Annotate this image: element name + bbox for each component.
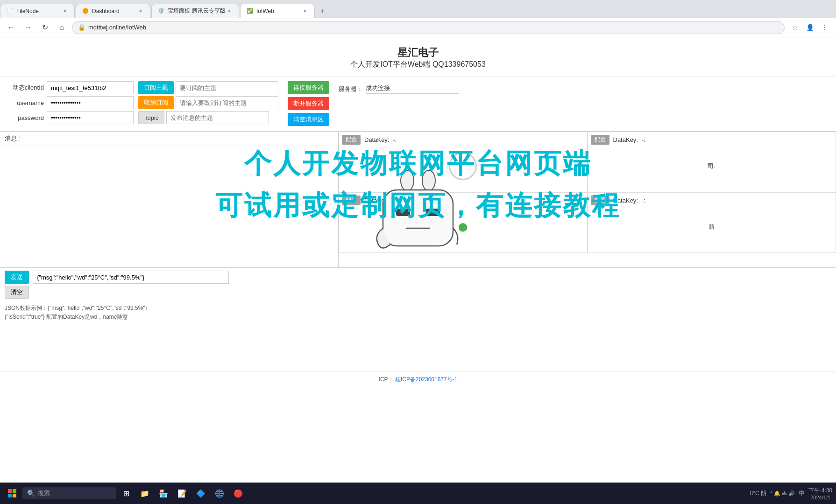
server-status-area: 服务器： 成功连接: [334, 81, 464, 97]
hints-area: JSON数据示例：{"msg":"hello","wd":"25°C","sd"…: [0, 301, 836, 325]
taskbar-right: 8°C 阴 ^ 🔔 🖧 🔊 中 下午 4:30 2024/1/1: [750, 487, 832, 500]
forward-button[interactable]: →: [21, 21, 35, 34]
topic-button[interactable]: Topic: [138, 111, 164, 124]
panel-4-value: 新: [591, 208, 833, 245]
bookmark-button[interactable]: ☆: [788, 21, 801, 34]
dashboard-icon: 🟠: [82, 7, 89, 15]
disconnect-button[interactable]: 断开服务器: [288, 97, 329, 110]
message-content[interactable]: [0, 146, 338, 267]
filenode-icon: 📄: [6, 7, 14, 15]
svg-rect-7: [13, 489, 16, 493]
footer-icp-link[interactable]: 桂ICP备2023001677号-1: [395, 376, 457, 383]
subscribe-row-3: Topic: [138, 111, 278, 124]
taskbar-store[interactable]: 🏪: [155, 485, 172, 502]
panel-2-datakey-label: DataKey:: [613, 136, 638, 143]
client-id-input[interactable]: [47, 81, 134, 94]
panel-3-value: ⬤: [342, 208, 584, 245]
hint-line-2: {"isSend":"true"} 配置的DataKey是wd，name随意: [5, 313, 831, 321]
taskbar-icons: ^ 🔔 🖧 🔊: [770, 490, 795, 497]
refresh-button[interactable]: ↻: [38, 21, 51, 34]
menu-button[interactable]: ⋮: [818, 21, 831, 34]
tab-close-dashboard[interactable]: ×: [137, 7, 144, 15]
panel-3-config[interactable]: 配置: [342, 196, 361, 205]
subscribe-group: 订阅主题 取消订阅 Topic: [138, 81, 278, 124]
send-input[interactable]: [33, 271, 229, 284]
password-label: password: [7, 112, 44, 123]
publish-topic-input[interactable]: [166, 111, 269, 124]
right-panel-area: 配置 DataKey: -: 配置 DataKey: -:: [339, 132, 836, 267]
panel-1-value: [342, 147, 584, 185]
server-status-label: 服务器：: [339, 85, 363, 93]
browser-chrome: 📄 FileNode × 🟠 Dashboard × 🛡️ 宝塔面板-腾讯云专享…: [0, 0, 836, 37]
message-panel: 消息：: [0, 132, 339, 267]
panel-1-header: 配置 DataKey: -:: [342, 135, 584, 145]
taskbar-search[interactable]: 🔍 搜索: [22, 487, 116, 499]
footer-icp-label: ICP：: [379, 376, 394, 383]
taskbar-view-button[interactable]: ⊞: [118, 485, 135, 502]
tab-close-baota[interactable]: ×: [226, 7, 233, 15]
username-label: username: [7, 98, 44, 108]
tab-close-iotweb[interactable]: ×: [301, 7, 309, 15]
client-id-row: 动态clientId: [7, 81, 134, 94]
data-panel-2: 配置 DataKey: -: 司:: [588, 132, 836, 192]
tab-iotweb[interactable]: ✅ IotWeb ×: [240, 4, 315, 18]
panel-4-placeholder: 新: [708, 223, 715, 231]
back-button[interactable]: ←: [5, 21, 18, 34]
subscribe-topic-input[interactable]: [176, 81, 278, 94]
tab-dashboard[interactable]: 🟠 Dashboard ×: [76, 4, 150, 18]
address-input[interactable]: 🔒 mqtttwj.online/IotWeb: [72, 21, 785, 34]
new-tab-button[interactable]: +: [316, 5, 329, 18]
hint-line-1: JSON数据示例：{"msg":"hello","wd":"25°C","sd"…: [5, 304, 831, 312]
panel-1-config[interactable]: 配置: [342, 135, 361, 145]
panel-1-datakey-value: -:: [393, 136, 397, 143]
panel-3-indicator: ⬤: [458, 222, 468, 232]
taskbar-explorer[interactable]: 📁: [136, 485, 153, 502]
password-row: password: [7, 111, 134, 124]
subscribe-button[interactable]: 订阅主题: [138, 81, 174, 94]
data-panel-1: 配置 DataKey: -:: [339, 132, 588, 192]
site-header: 星汇电子 个人开发IOT平台Web端 QQ1339675053: [0, 37, 836, 77]
panel-2-value: 司:: [591, 147, 833, 185]
panels-row-1: 配置 DataKey: -: 配置 DataKey: -:: [339, 132, 836, 192]
server-buttons: 连接服务器 断开服务器 清空消息区: [283, 81, 329, 126]
panel-4-datakey-label: DataKey:: [613, 197, 638, 204]
data-panel-4: 配置 DataKey: -: 新: [588, 192, 836, 253]
taskbar-item-4[interactable]: 🔷: [192, 485, 209, 502]
tab-baota[interactable]: 🛡️ 宝塔面板-腾讯云专享版 ×: [151, 4, 239, 18]
subscribe-row-1: 订阅主题: [138, 81, 278, 94]
clear-send-button[interactable]: 清空: [5, 286, 29, 299]
taskbar-item-6[interactable]: 🔴: [230, 485, 247, 502]
taskbar-clock: 下午 4:30 2024/1/1: [808, 487, 832, 500]
tab-filenode[interactable]: 📄 FileNode ×: [0, 4, 75, 18]
svg-rect-9: [13, 494, 16, 497]
taskbar-search-icon: 🔍: [27, 490, 35, 497]
panel-4-config[interactable]: 配置: [591, 196, 609, 205]
clear-message-button[interactable]: 清空消息区: [288, 113, 329, 126]
username-input[interactable]: [47, 96, 134, 109]
unsubscribe-button[interactable]: 取消订阅: [138, 96, 174, 109]
taskbar-search-text: 搜索: [38, 489, 50, 497]
unsubscribe-topic-input[interactable]: [176, 96, 278, 109]
taskbar-item-3[interactable]: 📝: [174, 485, 191, 502]
panel-1-circle: [449, 152, 477, 180]
send-button[interactable]: 发送: [5, 271, 29, 284]
control-panel: 动态clientId username password 订阅主题 取消订阅: [0, 77, 836, 131]
home-button[interactable]: ⌂: [55, 21, 68, 34]
panels-row-2: 配置 DataKey: - ⬤ 配置 DataKey: -:: [339, 192, 836, 253]
panel-3-header: 配置 DataKey: -: [342, 196, 584, 205]
site-subtitle: 个人开发IOT平台Web端 QQ1339675053: [0, 60, 836, 70]
profile-button[interactable]: 👤: [803, 21, 816, 34]
panel-2-config[interactable]: 配置: [591, 135, 609, 145]
panel-4-datakey-value: -:: [642, 197, 645, 204]
panel-3-datakey-value: -: [393, 197, 395, 204]
taskbar-item-5[interactable]: 🌐: [211, 485, 228, 502]
subscribe-row-2: 取消订阅: [138, 96, 278, 109]
server-status-value: 成功连接: [366, 84, 459, 94]
connect-button[interactable]: 连接服务器: [288, 81, 329, 94]
password-input[interactable]: [47, 111, 134, 124]
tab-close-filenode[interactable]: ×: [61, 7, 69, 15]
site-footer: ICP： 桂ICP备2023001677号-1: [0, 371, 836, 387]
start-button[interactable]: [4, 485, 21, 502]
username-row: username: [7, 96, 134, 109]
address-actions: ☆ 👤 ⋮: [788, 21, 831, 34]
